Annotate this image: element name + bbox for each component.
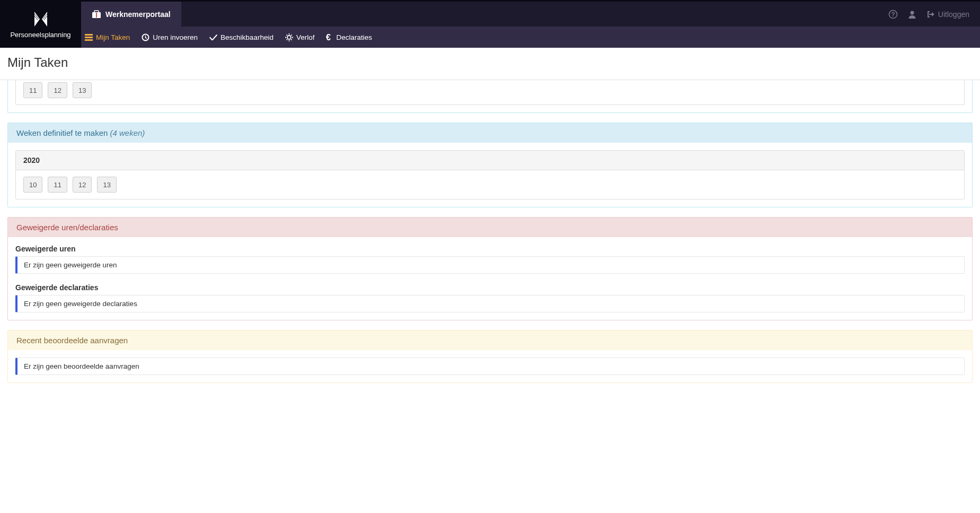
nav-declaraties[interactable]: € Declaraties bbox=[326, 33, 372, 41]
page-title: Mijn Taken bbox=[7, 55, 973, 70]
nav-label: Beschikbaarheid bbox=[220, 33, 273, 41]
content-scroll-area[interactable]: 11 12 13 Weken definitief te maken (4 we… bbox=[0, 80, 980, 513]
user-icon[interactable] bbox=[907, 10, 917, 19]
panel-body: Geweigerde uren Er zijn geen geweigerde … bbox=[8, 237, 972, 320]
check-icon bbox=[209, 34, 217, 40]
svg-rect-8 bbox=[96, 13, 97, 18]
tasks-icon bbox=[85, 34, 93, 41]
weeks-row: 10 11 12 13 bbox=[16, 170, 964, 199]
year-box: 2020 10 11 12 13 bbox=[15, 150, 965, 199]
brand-name: Personeelsplanning bbox=[10, 31, 70, 39]
panel-header: Weken definitief te maken (4 weken) bbox=[8, 123, 972, 143]
help-icon[interactable]: ? bbox=[888, 10, 898, 19]
panel-meta: (4 weken) bbox=[110, 128, 145, 137]
nav-label: Mijn Taken bbox=[96, 33, 130, 41]
panel-top-peek: 11 12 13 bbox=[7, 80, 973, 113]
week-button[interactable]: 13 bbox=[97, 177, 116, 193]
panel-rejected: Geweigerde uren/declaraties Geweigerde u… bbox=[7, 217, 973, 320]
rejected-decl-empty: Er zijn geen geweigerde declaraties bbox=[15, 295, 965, 312]
week-button[interactable]: 12 bbox=[48, 82, 67, 98]
panel-weeks-definitive: Weken definitief te maken (4 weken) 2020… bbox=[7, 123, 973, 207]
rejected-hours-heading: Geweigerde uren bbox=[15, 245, 965, 253]
panel-recent: Recent beoordeelde aanvragen Er zijn gee… bbox=[7, 330, 973, 383]
week-button[interactable]: 10 bbox=[23, 177, 42, 193]
year-label: 2020 bbox=[16, 151, 964, 170]
nav-beschikbaarheid[interactable]: Beschikbaarheid bbox=[209, 33, 273, 41]
euro-icon: € bbox=[326, 33, 333, 41]
panel-title: Geweigerde uren/declaraties bbox=[16, 223, 118, 232]
panel-header: Recent beoordeelde aanvragen bbox=[8, 331, 972, 350]
svg-rect-13 bbox=[85, 37, 93, 38]
logout-icon bbox=[926, 10, 935, 19]
subnav: Mijn Taken Uren invoeren Beschikbaarheid… bbox=[0, 27, 980, 48]
week-button[interactable]: 11 bbox=[23, 82, 42, 98]
rejected-decl-heading: Geweigerde declaraties bbox=[15, 283, 965, 292]
svg-point-16 bbox=[287, 36, 291, 39]
svg-rect-12 bbox=[85, 34, 93, 36]
logout-button[interactable]: Uitloggen bbox=[926, 10, 969, 19]
nav-label: Uren invoeren bbox=[153, 33, 198, 41]
logo-icon bbox=[32, 11, 49, 31]
brand-logo[interactable]: Personeelsplanning bbox=[0, 2, 81, 48]
week-button[interactable]: 12 bbox=[73, 177, 92, 193]
logout-label: Uitloggen bbox=[938, 10, 969, 19]
year-box-peek: 11 12 13 bbox=[15, 80, 965, 105]
panel-title: Recent beoordeelde aanvragen bbox=[16, 336, 128, 345]
panel-title: Weken definitief te maken bbox=[16, 128, 108, 137]
svg-text:€: € bbox=[326, 33, 331, 41]
rejected-hours-empty: Er zijn geen geweigerde uren bbox=[15, 256, 965, 274]
panel-body: Er zijn geen beoordeelde aanvragen bbox=[8, 350, 972, 382]
page-heading: Mijn Taken bbox=[0, 48, 980, 80]
nav-mijn-taken[interactable]: Mijn Taken bbox=[85, 33, 130, 41]
panel-body: 2020 10 11 12 13 bbox=[8, 143, 972, 207]
recent-empty: Er zijn geen beoordeelde aanvragen bbox=[15, 358, 965, 375]
portal-tab-werknemer[interactable]: Werknemerportaal bbox=[81, 2, 181, 27]
nav-label: Verlof bbox=[296, 33, 315, 41]
topbar: Personeelsplanning Werknemerportaal ? Ui… bbox=[0, 0, 980, 27]
nav-verlof[interactable]: Verlof bbox=[285, 33, 315, 41]
svg-rect-14 bbox=[85, 39, 93, 41]
portal-tab-label: Werknemerportaal bbox=[105, 10, 171, 19]
briefcase-icon bbox=[92, 10, 101, 19]
nav-uren-invoeren[interactable]: Uren invoeren bbox=[142, 33, 198, 41]
clock-icon bbox=[142, 33, 149, 41]
week-button[interactable]: 11 bbox=[48, 177, 67, 193]
panel-header: Geweigerde uren/declaraties bbox=[8, 218, 972, 237]
sun-icon bbox=[285, 33, 293, 41]
week-button[interactable]: 13 bbox=[73, 82, 92, 98]
svg-point-11 bbox=[910, 11, 914, 14]
portal-tabs: Werknemerportaal bbox=[81, 2, 181, 27]
nav-label: Declaraties bbox=[336, 33, 372, 41]
svg-text:?: ? bbox=[891, 11, 895, 18]
topbar-right: ? Uitloggen bbox=[888, 2, 980, 27]
svg-rect-7 bbox=[94, 11, 99, 13]
